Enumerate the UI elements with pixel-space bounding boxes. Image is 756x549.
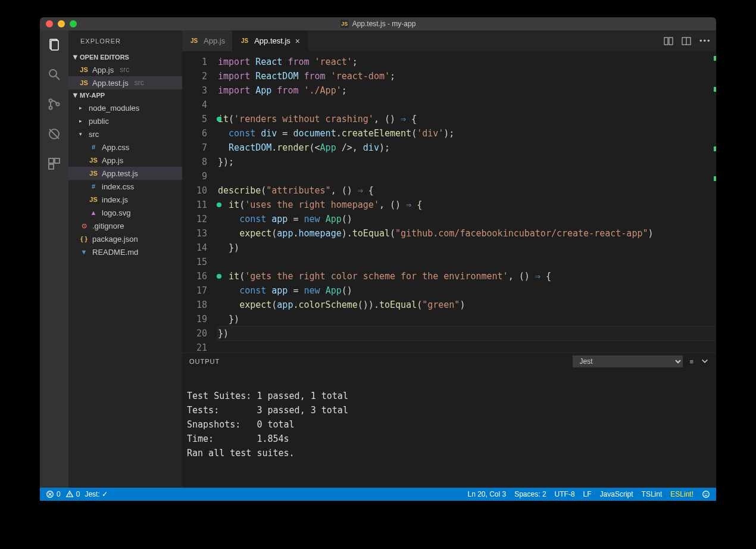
code-line[interactable]: [218, 169, 716, 183]
code-editor[interactable]: 123456789101112131415161718192021 import…: [182, 51, 716, 353]
close-tab-icon[interactable]: ×: [295, 36, 300, 46]
code-line[interactable]: }): [218, 312, 716, 326]
js-file-icon: JS: [89, 196, 98, 203]
code-line[interactable]: it('gets the right color scheme for the …: [218, 269, 716, 283]
js-file-icon: JS: [79, 79, 89, 86]
test-pass-icon: [217, 117, 221, 121]
file-item[interactable]: ▼README.md: [68, 245, 182, 258]
folder-item[interactable]: ▸node_modules: [68, 101, 182, 114]
open-editor-item[interactable]: JSApp.jssrc: [68, 63, 182, 76]
close-window-icon[interactable]: [46, 20, 53, 27]
split-editor-icon[interactable]: [682, 36, 691, 46]
svg-line-3: [56, 76, 60, 80]
code-line[interactable]: import App from './App';: [218, 83, 716, 98]
panel-title[interactable]: OUTPUT: [189, 358, 220, 365]
app-window: JS App.test.js - my-app EXPLORER: [40, 17, 716, 501]
status-feedback-icon[interactable]: [702, 490, 710, 498]
explorer-icon[interactable]: [46, 36, 63, 53]
status-encoding[interactable]: UTF-8: [555, 490, 575, 498]
panel-header: OUTPUT Jest ≡: [182, 353, 716, 370]
status-language[interactable]: JavaScript: [600, 490, 633, 498]
file-item[interactable]: #index.css: [68, 180, 182, 193]
minimize-window-icon[interactable]: [58, 20, 65, 27]
file-item[interactable]: JSApp.js: [68, 154, 182, 167]
search-icon[interactable]: [46, 66, 63, 83]
sidebar-header: EXPLORER: [68, 30, 182, 51]
output-text[interactable]: Test Suites: 1 passed, 1 total Tests: 3 …: [182, 370, 716, 488]
svg-point-20: [69, 495, 70, 496]
svg-rect-11: [49, 164, 54, 169]
file-item[interactable]: #App.css: [68, 141, 182, 154]
window-title-text: App.test.js - my-app: [352, 20, 416, 28]
open-editors-section[interactable]: ▶OPEN EDITORS: [68, 51, 182, 63]
file-item[interactable]: JSApp.test.js: [68, 167, 182, 180]
maximize-window-icon[interactable]: [70, 20, 77, 27]
tab-bar: JSApp.jsJSApp.test.js× •••: [182, 30, 716, 51]
status-warnings[interactable]: 0: [65, 490, 80, 498]
file-item[interactable]: ⊙.gitignore: [68, 219, 182, 232]
minimap[interactable]: [708, 51, 716, 353]
code-line[interactable]: [218, 255, 716, 269]
code-line[interactable]: expect(app.homepage).toEqual("github.com…: [218, 226, 716, 241]
open-editor-item[interactable]: JSApp.test.jssrc: [68, 76, 182, 89]
extensions-icon[interactable]: [46, 155, 63, 172]
source-control-icon[interactable]: [46, 96, 63, 113]
debug-icon[interactable]: [46, 126, 63, 142]
code-line[interactable]: ReactDOM.render(<App />, div);: [218, 141, 716, 155]
folder-item[interactable]: ▾src: [68, 127, 182, 141]
svg-rect-1: [51, 40, 58, 50]
md-file-icon: ▼: [79, 248, 89, 255]
code-line[interactable]: it('renders without crashing', () ⇒ {: [218, 112, 716, 126]
test-pass-icon: [217, 274, 221, 279]
code-line[interactable]: const div = document.createElement('div'…: [218, 126, 716, 141]
code-line[interactable]: [218, 98, 716, 112]
js-file-icon: JS: [89, 157, 98, 164]
panel-chevron-icon[interactable]: [701, 357, 709, 366]
file-item[interactable]: JSindex.js: [68, 193, 182, 206]
svg-rect-10: [55, 158, 60, 163]
code-line[interactable]: }): [218, 326, 716, 341]
status-errors[interactable]: 0: [46, 490, 61, 498]
code-line[interactable]: });: [218, 155, 716, 169]
compare-icon[interactable]: [664, 36, 673, 46]
code-line[interactable]: it('uses the right homepage', () ⇒ {: [218, 198, 716, 212]
code-area[interactable]: import React from 'react';import ReactDO…: [218, 51, 716, 353]
js-file-icon: JS: [189, 38, 199, 44]
folder-item[interactable]: ▸public: [68, 114, 182, 127]
editor-tab[interactable]: JSApp.test.js×: [233, 30, 308, 51]
clear-output-icon[interactable]: ≡: [690, 358, 693, 365]
js-file-icon: JS: [89, 170, 98, 177]
editor-group: JSApp.jsJSApp.test.js× ••• 1234567891011…: [182, 30, 716, 488]
code-line[interactable]: [218, 341, 716, 353]
activity-bar: [40, 30, 68, 488]
code-line[interactable]: const app = new App(): [218, 283, 716, 298]
code-line[interactable]: import ReactDOM from 'react-dom';: [218, 69, 716, 83]
more-icon[interactable]: •••: [699, 36, 709, 46]
status-jest[interactable]: Jest: ✓: [85, 490, 108, 498]
code-line[interactable]: describe("attributes", () ⇒ {: [218, 183, 716, 198]
code-line[interactable]: import React from 'react';: [218, 55, 716, 69]
svg-rect-13: [669, 38, 673, 45]
titlebar: JS App.test.js - my-app: [40, 17, 716, 30]
output-channel-select[interactable]: Jest: [573, 355, 683, 367]
file-item[interactable]: { }package.json: [68, 232, 182, 245]
code-line[interactable]: const app = new App(): [218, 212, 716, 226]
code-line[interactable]: }): [218, 241, 716, 255]
status-bar: 0 0 Jest: ✓ Ln 20, Col 3 Spaces: 2 UTF-8…: [40, 488, 716, 501]
status-spaces[interactable]: Spaces: 2: [514, 490, 546, 498]
code-line[interactable]: expect(app.colorScheme()).toEqual("green…: [218, 298, 716, 312]
line-gutter: 123456789101112131415161718192021: [182, 51, 218, 353]
window-title: JS App.test.js - my-app: [40, 20, 716, 28]
js-file-icon: JS: [79, 66, 89, 73]
status-tslint[interactable]: TSLint: [642, 490, 663, 498]
chevron-icon: ▾: [79, 131, 85, 137]
editor-tab[interactable]: JSApp.js: [182, 30, 233, 51]
file-item[interactable]: ▲logo.svg: [68, 206, 182, 219]
project-section[interactable]: ▶MY-APP: [68, 89, 182, 101]
output-panel: OUTPUT Jest ≡ Test Suites: 1 passed, 1 t…: [182, 353, 716, 488]
status-eslint[interactable]: ESLint!: [670, 490, 693, 498]
status-eol[interactable]: LF: [583, 490, 592, 498]
status-cursor[interactable]: Ln 20, Col 3: [467, 490, 506, 498]
chevron-down-icon: ▶: [73, 55, 79, 60]
chevron-down-icon: ▶: [73, 93, 79, 98]
